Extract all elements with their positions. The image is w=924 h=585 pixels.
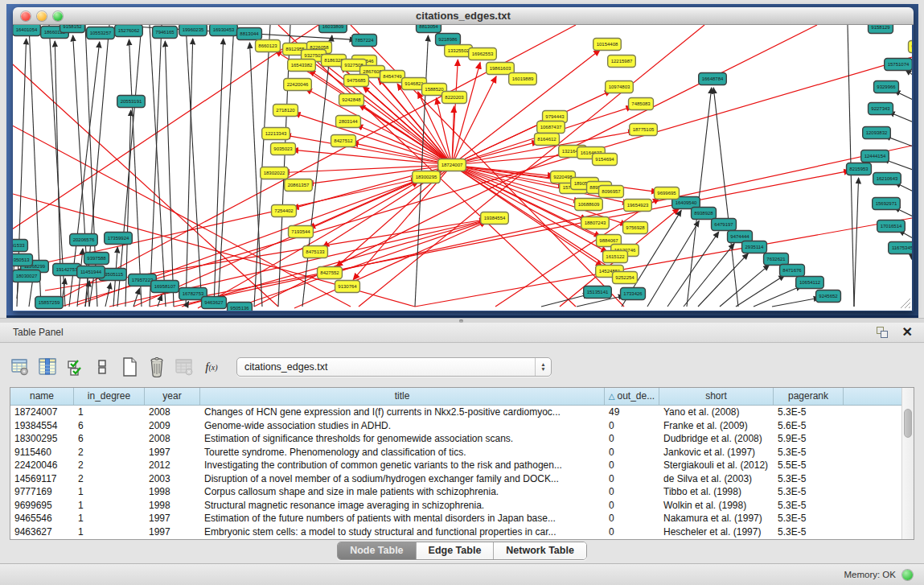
network-node[interactable]: 8096957 [599, 186, 624, 198]
show-columns-icon[interactable] [35, 355, 60, 379]
table-mode-icon[interactable] [8, 355, 32, 379]
zoom-window-icon[interactable] [53, 11, 63, 21]
network-node[interactable]: 9463627 [202, 297, 227, 309]
network-node[interactable]: 8220203 [442, 92, 467, 104]
network-node[interactable]: 8471676 [780, 265, 805, 277]
network-node[interactable]: 9130764 [335, 281, 360, 293]
new-column-icon[interactable] [117, 355, 142, 379]
table-row[interactable]: 2242004622012Investigating the contribut… [10, 459, 901, 472]
scrollbar-thumb[interactable] [904, 409, 912, 438]
network-node[interactable]: 7193544 [289, 226, 314, 238]
table-row[interactable]: 1830029562008Estimation of significance … [10, 432, 901, 446]
network-node[interactable]: 16543382 [288, 60, 316, 72]
network-node[interactable]: 8164612 [535, 134, 560, 146]
table-row[interactable]: 1938455462009Genome-wide association stu… [10, 419, 901, 433]
network-node[interactable]: 9329966 [874, 81, 899, 93]
network-node[interactable]: 19861603 [487, 63, 515, 75]
network-node[interactable]: 18807243 [581, 217, 610, 229]
network-node[interactable]: 17359924 [105, 233, 133, 245]
network-node[interactable]: 9475685 [344, 75, 369, 87]
network-node[interactable]: 12444154 [861, 150, 889, 163]
table-row[interactable]: 946362711997Embryonic stem cells: a mode… [10, 525, 901, 539]
network-node[interactable]: 8813044 [237, 28, 262, 40]
network-node[interactable]: 7857224 [352, 35, 377, 47]
resize-grip[interactable] [901, 299, 910, 308]
network-node[interactable]: 15692971 [873, 198, 901, 210]
network-node[interactable]: 8427512 [331, 135, 356, 147]
network-node[interactable]: 2718120 [273, 105, 298, 117]
network-node[interactable]: 18300295 [413, 171, 441, 183]
network-node[interactable]: 8215953 [847, 163, 872, 175]
network-node[interactable]: 9505136 [228, 303, 253, 311]
network-node[interactable]: 1733426 [621, 288, 646, 300]
table-row[interactable]: 1872400712008Changes of HCN gene express… [10, 406, 901, 419]
network-node[interactable]: 7485083 [629, 98, 654, 110]
network-canvas[interactable]: 1640105418660122915815210553257152760627… [13, 25, 912, 311]
network-node[interactable]: 20861357 [285, 179, 313, 192]
table-row[interactable]: 1456911722003Disruption of a novel membe… [10, 472, 901, 486]
column-header-short[interactable]: short [659, 388, 774, 405]
network-node[interactable]: 6479197 [712, 219, 737, 231]
network-node[interactable]: 12213343 [262, 128, 290, 140]
network-node[interactable]: 7632621 [764, 253, 789, 266]
network-node[interactable]: 11675345 [889, 242, 912, 254]
tab-node-table[interactable]: Node Table [338, 542, 415, 559]
network-node[interactable]: 12215987 [608, 56, 636, 68]
column-header-pagerank[interactable]: pagerank [774, 388, 844, 405]
network-node[interactable]: 22420046 [284, 79, 312, 91]
network-node[interactable]: 9391533 [13, 240, 27, 252]
select-columns-icon[interactable] [63, 355, 87, 379]
network-node[interactable]: 10688609 [575, 199, 603, 211]
close-panel-icon[interactable]: ✕ [902, 327, 913, 338]
network-node[interactable]: 9152413 [909, 41, 912, 53]
network-node[interactable]: 9242848 [339, 94, 364, 106]
network-node[interactable]: 16648784 [699, 73, 727, 85]
network-node[interactable]: 16401054 [13, 25, 40, 36]
network-node[interactable]: 8938928 [692, 208, 717, 220]
tab-network-table[interactable]: Network Table [493, 542, 586, 559]
network-node[interactable]: 8454749 [380, 71, 405, 83]
network-node[interactable]: 9699695 [655, 187, 680, 200]
network-node[interactable]: 9397588 [84, 253, 109, 265]
function-builder-icon[interactable]: f(x) [199, 355, 224, 379]
table-row[interactable]: 969969511998Structural magnetic resonanc… [10, 499, 901, 513]
network-node[interactable]: 20553191 [117, 96, 146, 108]
network-node[interactable]: 10654112 [796, 277, 824, 289]
network-node[interactable]: 9158129 [869, 25, 893, 34]
column-header-title[interactable]: title [200, 388, 605, 405]
network-node[interactable]: 9218986 [436, 34, 461, 46]
table-row[interactable]: 911546021997Tourette syndrome. Phenomeno… [10, 446, 901, 459]
network-node[interactable]: 1615122 [603, 251, 628, 263]
network-node[interactable]: 7254402 [272, 205, 297, 217]
memory-ok-icon[interactable] [902, 570, 913, 580]
network-node[interactable]: 16962553 [469, 48, 497, 60]
column-header-out_de[interactable]: △out_de... [605, 388, 659, 405]
network-node[interactable]: 2935114 [742, 241, 767, 253]
network-node[interactable]: 15276062 [115, 25, 143, 37]
network-node[interactable]: 8475133 [303, 246, 328, 258]
network-node[interactable]: 12093832 [863, 127, 891, 139]
citation-network-graph[interactable]: 1640105418660122915815210553257152760627… [13, 25, 912, 311]
row-height-icon[interactable] [90, 355, 114, 379]
network-node[interactable]: 8427552 [318, 267, 343, 279]
network-node[interactable]: 19384554 [481, 212, 509, 225]
network-node[interactable]: 16210643 [873, 173, 901, 185]
tab-edge-table[interactable]: Edge Table [416, 542, 494, 559]
network-node[interactable]: 10974803 [606, 81, 634, 93]
network-node[interactable]: 9154694 [593, 154, 618, 166]
column-header-name[interactable]: name [10, 388, 74, 405]
network-node[interactable]: 8660123 [256, 40, 281, 52]
network-node[interactable]: 9227343 [869, 103, 893, 115]
table-row[interactable]: 977716911998Corpus callosum shape and si… [10, 485, 901, 499]
network-node[interactable]: 9350513 [13, 254, 32, 266]
network-node[interactable]: 18775105 [630, 124, 658, 136]
network-node[interactable]: 16033809 [319, 25, 347, 33]
network-node[interactable]: 10553257 [87, 27, 115, 39]
network-node[interactable]: 19654923 [624, 200, 652, 212]
network-node[interactable]: 10687437 [537, 122, 565, 134]
network-node[interactable]: 15135141 [584, 286, 612, 299]
table-row[interactable]: 946554611997Estimation of the future num… [10, 512, 901, 525]
float-window-icon[interactable] [877, 327, 888, 338]
network-node[interactable]: 9756928 [623, 222, 648, 234]
network-node[interactable]: 9035023 [271, 143, 296, 155]
